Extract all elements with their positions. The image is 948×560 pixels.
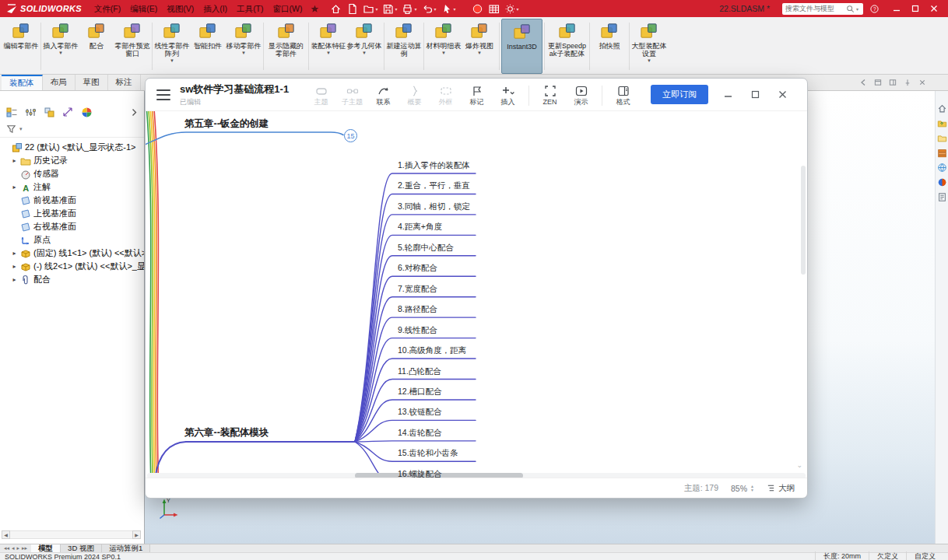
minimize-button[interactable] (887, 0, 906, 17)
search-box[interactable]: ▾ (782, 3, 863, 15)
taskpane-appearances-icon[interactable] (937, 177, 947, 187)
document-tab-0[interactable]: 模型 (31, 544, 61, 552)
tree-item-0[interactable]: 22 (默认) <默认_显示状态-1> (0, 141, 144, 154)
ribbon-button-6[interactable]: 移动零部件▼ (226, 19, 262, 74)
configurationmanager-tab-icon[interactable] (44, 107, 55, 118)
ribbon-button-10[interactable]: 新建运动算例 (386, 19, 422, 74)
mindmap-minimize-button[interactable] (722, 89, 733, 100)
mindmap-branch-item[interactable]: 9.线性配合 (398, 325, 491, 336)
ribbon-button-15[interactable]: 拍快照 (592, 19, 627, 74)
mindmap-tool-present[interactable]: 演示 (566, 83, 596, 106)
mindmap-branch-item[interactable]: 6.对称配合 (398, 263, 491, 274)
tree-item-3[interactable]: ▸A注解 (0, 180, 144, 194)
dropdown-caret-icon[interactable]: ▾ (375, 6, 377, 12)
status-custom-button[interactable]: 自定义 (906, 551, 943, 560)
mindmap-node-chapter6[interactable]: 第六章--装配体模块 (184, 426, 269, 439)
taskpane-custom-properties-icon[interactable] (937, 192, 947, 202)
close-panel-icon[interactable] (918, 79, 926, 86)
tree-item-10[interactable]: ▸配合 (0, 273, 144, 286)
ribbon-button-9[interactable]: 参考几何体▼ (346, 19, 382, 74)
outline-button[interactable]: 大纲 (767, 483, 795, 494)
scroll-down-chevron-icon[interactable]: ⌄ (796, 461, 802, 469)
panel-expand-chevron-icon[interactable] (131, 108, 138, 117)
filter-caret-icon[interactable]: ▾ (19, 126, 23, 132)
dropdown-caret-icon[interactable]: ▼ (441, 51, 446, 55)
mindmap-branch-item[interactable]: 15.齿轮和小齿条 (398, 448, 491, 459)
tab-scroll-left-icon[interactable]: ◂ (12, 545, 15, 551)
settings-gear-button[interactable]: ▾ (502, 0, 521, 17)
displaymanager-tab-icon[interactable] (81, 107, 93, 118)
taskpane-home-icon[interactable] (937, 103, 947, 114)
mindmap-branch-item[interactable]: 14.齿轮配合 (398, 428, 491, 439)
mindmap-branch-item[interactable]: 12.槽口配合 (398, 387, 491, 397)
mindmap-branch-item[interactable]: 7.宽度配合 (398, 284, 491, 295)
open-button[interactable]: ▾ (360, 0, 380, 17)
select-cursor-button[interactable]: ▾ (439, 0, 458, 17)
ribbon-button-0[interactable]: 编辑零部件 (3, 19, 39, 74)
expand-arrow-icon[interactable]: ▸ (11, 273, 18, 286)
ribbon-button-5[interactable]: 智能扣件 (190, 19, 226, 74)
save-button[interactable]: ▾ (380, 0, 399, 17)
tree-item-2[interactable]: 传感器 (0, 167, 144, 180)
dimxpert-tab-icon[interactable] (62, 107, 74, 118)
panel-horizontal-scrollbar[interactable]: ◀ ▶ (2, 530, 141, 539)
ribbon-button-11[interactable]: 材料明细表▼ (426, 19, 462, 74)
ribbon-button-7[interactable]: 显示隐藏的零部件 (265, 19, 307, 74)
mindmap-branch-item[interactable]: 16.螺旋配合 (398, 469, 491, 478)
tree-item-5[interactable]: 上视基准面 (0, 207, 144, 220)
dropdown-caret-icon[interactable]: ▼ (477, 51, 482, 55)
taskpane-toolbox-icon[interactable] (937, 148, 947, 158)
command-tab-3[interactable]: 标注 (108, 75, 141, 90)
expand-arrow-icon[interactable]: ▸ (11, 180, 18, 194)
collapse-arrow-icon[interactable] (859, 79, 867, 86)
undo-button[interactable]: ▾ (420, 0, 439, 17)
mindmap-branch-item[interactable]: 2.重合，平行，垂直 (398, 180, 491, 191)
ribbon-button-2[interactable]: 配合 (79, 19, 114, 74)
tab-scroll-last-icon[interactable]: ▸▸ (22, 545, 27, 551)
ribbon-button-8[interactable]: 装配体特征▼ (311, 19, 346, 74)
dropdown-caret-icon[interactable]: ▾ (517, 6, 519, 12)
mindmap-close-button[interactable] (777, 89, 788, 100)
panel-icon-2[interactable] (889, 79, 897, 86)
canvas-vscroll-thumb[interactable] (801, 166, 806, 275)
document-tab-1[interactable]: 3D 视图 (61, 544, 102, 552)
panel-icon[interactable] (874, 79, 882, 86)
new-document-button[interactable] (344, 0, 360, 17)
dropdown-caret-icon[interactable]: ▾ (434, 6, 437, 12)
mindmap-node-chapter5[interactable]: 第五章--钣金的创建 (184, 117, 269, 131)
dropdown-caret-icon[interactable]: ▾ (454, 6, 456, 12)
help-icon[interactable]: ? (869, 4, 880, 14)
expand-arrow-icon[interactable]: ▸ (11, 247, 18, 260)
mindmap-tool-marker[interactable]: 标记 (462, 83, 492, 106)
tree-item-6[interactable]: 右视基准面 (0, 220, 144, 233)
featuremanager-tab-icon[interactable] (6, 107, 18, 118)
customize-star-icon[interactable] (310, 4, 320, 14)
expand-arrow-icon[interactable]: ▸ (11, 154, 18, 167)
mindmap-branch-item[interactable]: 8.路径配合 (398, 304, 491, 315)
menu-item-4[interactable]: 工具(T) (232, 0, 268, 17)
subscribe-button[interactable]: 立即订阅 (651, 85, 708, 104)
ribbon-button-16[interactable]: 大型装配体设置▼ (631, 19, 667, 74)
dropdown-caret-icon[interactable]: ▼ (170, 58, 174, 63)
tab-scroll-right-icon[interactable]: ▸ (17, 545, 20, 551)
dropdown-caret-icon[interactable]: ▼ (362, 51, 367, 55)
dropdown-caret-icon[interactable]: ▾ (395, 6, 397, 12)
mindmap-tool-zen[interactable]: ZEN (535, 83, 565, 106)
mindmap-maximize-button[interactable] (750, 89, 760, 100)
menu-item-3[interactable]: 插入(I) (198, 0, 232, 17)
hamburger-menu-icon[interactable] (156, 89, 170, 100)
taskpane-design-library-icon[interactable] (937, 118, 947, 128)
scroll-left-arrow-icon[interactable]: ◀ (2, 530, 10, 539)
ribbon-button-14[interactable]: 更新Speedpak子装配体 (546, 19, 588, 74)
command-tab-2[interactable]: 草图 (75, 75, 108, 90)
search-input[interactable] (785, 5, 844, 12)
mindmap-tool-format[interactable]: 格式 (608, 83, 638, 106)
menu-item-1[interactable]: 编辑(E) (125, 0, 162, 17)
close-button[interactable] (925, 0, 943, 17)
tree-item-4[interactable]: 前视基准面 (0, 194, 144, 207)
mindmap-tool-relation[interactable]: 联系 (368, 83, 399, 106)
propertymanager-tab-icon[interactable] (25, 107, 37, 118)
zoom-stepper-icon[interactable]: ▲▼ (750, 485, 754, 492)
collapsed-children-badge[interactable]: 15 (344, 129, 357, 142)
dropdown-caret-icon[interactable]: ▾ (414, 6, 416, 12)
